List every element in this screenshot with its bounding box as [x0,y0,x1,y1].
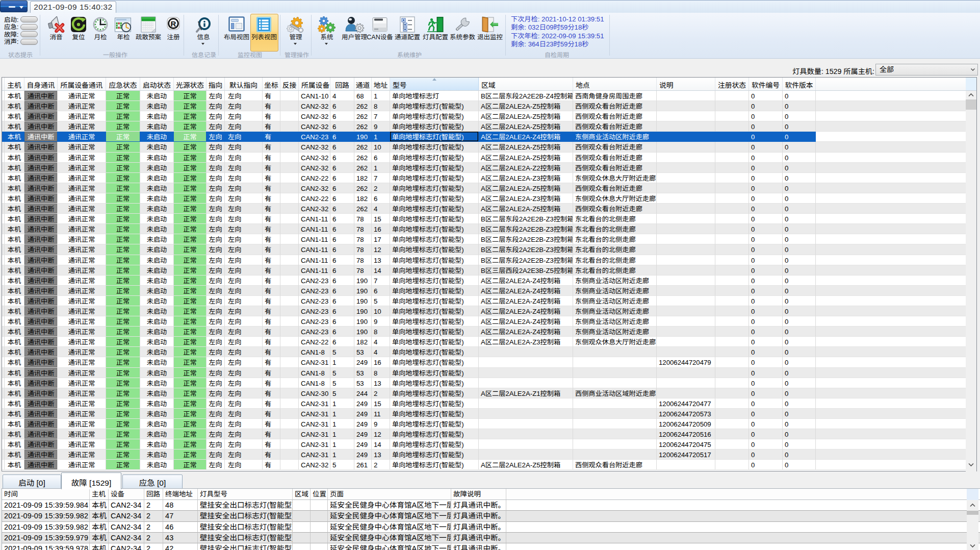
svg-text:R: R [171,19,176,28]
